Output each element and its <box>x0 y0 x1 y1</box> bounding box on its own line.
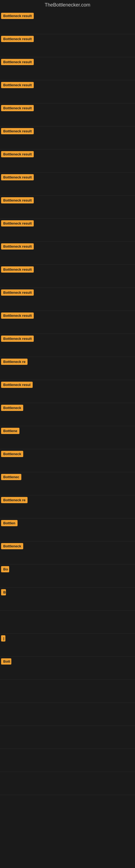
list-item: Bottleneck result <box>0 57 135 80</box>
bottleneck-result-badge[interactable]: Bottleneck result <box>1 267 34 273</box>
bottleneck-result-badge[interactable]: Bottleneck result <box>1 59 34 65</box>
list-item: Bottleneck <box>0 403 135 426</box>
bottleneck-result-badge[interactable]: Bottleneck result <box>1 13 34 19</box>
list-item: Bottleneck result <box>0 219 135 242</box>
bottleneck-result-badge[interactable]: Bottleneck <box>1 543 23 549</box>
list-item: Bottleneck result <box>0 103 135 126</box>
list-item: Bottleneck result <box>0 11 135 34</box>
list-item: | <box>0 633 135 657</box>
bottleneck-result-badge[interactable]: Bott <box>1 658 11 664</box>
list-item: Bottlen <box>0 518 135 541</box>
list-item: Bott <box>0 657 135 680</box>
list-item <box>0 726 135 749</box>
bottleneck-result-badge[interactable]: Bottlenec <box>1 474 21 480</box>
list-item: Bottleneck result <box>0 150 135 173</box>
list-item: Bottleneck result <box>0 195 135 219</box>
list-item: Bottlenec <box>0 472 135 495</box>
bottleneck-result-badge[interactable]: | <box>1 635 5 642</box>
bottleneck-result-badge[interactable]: Bottlen <box>1 520 17 526</box>
bottleneck-result-badge[interactable]: Bottleneck result <box>1 82 34 88</box>
bottleneck-result-badge[interactable]: Bottleneck resul <box>1 382 33 388</box>
bottleneck-result-badge[interactable]: Bottleneck result <box>1 128 34 134</box>
list-item: Bottleneck resul <box>0 380 135 403</box>
site-title-container: TheBottlenecker.com <box>0 0 135 11</box>
bottleneck-result-badge[interactable]: Bottleneck <box>1 451 23 457</box>
bottleneck-result-badge[interactable]: B <box>1 589 6 595</box>
list-item: Bottleneck result <box>0 34 135 57</box>
bottleneck-result-badge[interactable]: Bottleneck result <box>1 220 34 226</box>
list-item: Bottleneck result <box>0 242 135 265</box>
bottleneck-result-badge[interactable]: Bottleneck result <box>1 36 34 42</box>
list-item: Bottleneck <box>0 449 135 472</box>
list-item: Bottleneck result <box>0 265 135 288</box>
rows-container: Bottleneck resultBottleneck resultBottle… <box>0 11 135 795</box>
bottleneck-result-badge[interactable]: Bottleneck result <box>1 197 34 204</box>
bottleneck-result-badge[interactable]: Bottleneck <box>1 405 23 411</box>
list-item: Bottleneck <box>0 541 135 564</box>
list-item <box>0 772 135 795</box>
bottleneck-result-badge[interactable]: Bottlene <box>1 428 19 434</box>
bottleneck-result-badge[interactable]: Bottleneck result <box>1 151 34 157</box>
list-item: Bottleneck result <box>0 126 135 150</box>
list-item: Bottleneck re <box>0 495 135 518</box>
list-item <box>0 611 135 633</box>
bottleneck-result-badge[interactable]: Bottleneck re <box>1 497 28 503</box>
bottleneck-result-badge[interactable]: Bottleneck result <box>1 289 34 296</box>
bottleneck-result-badge[interactable]: Bottleneck result <box>1 174 34 180</box>
site-title: TheBottlenecker.com <box>0 0 135 11</box>
list-item <box>0 680 135 703</box>
list-item: B <box>0 588 135 611</box>
bottleneck-result-badge[interactable]: Bottleneck result <box>1 105 34 111</box>
list-item: Bottleneck result <box>0 80 135 103</box>
list-item <box>0 703 135 726</box>
bottleneck-result-badge[interactable]: Bottleneck re <box>1 359 28 365</box>
list-item: Bo <box>0 564 135 588</box>
bottleneck-result-badge[interactable]: Bo <box>1 566 9 572</box>
list-item: Bottleneck result <box>0 334 135 357</box>
bottleneck-result-badge[interactable]: Bottleneck result <box>1 312 34 319</box>
list-item: Bottleneck result <box>0 173 135 195</box>
list-item: Bottleneck re <box>0 357 135 380</box>
list-item: Bottleneck result <box>0 288 135 311</box>
bottleneck-result-badge[interactable]: Bottleneck result <box>1 336 34 342</box>
bottleneck-result-badge[interactable]: Bottleneck result <box>1 243 34 250</box>
list-item: Bottleneck result <box>0 311 135 334</box>
list-item: Bottlene <box>0 426 135 449</box>
list-item <box>0 749 135 772</box>
